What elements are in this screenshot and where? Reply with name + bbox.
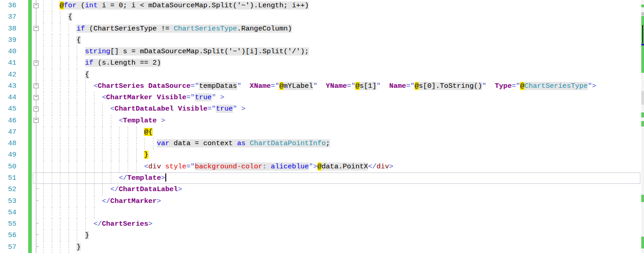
code-content[interactable] [43,207,644,218]
line-number[interactable]: 57 [0,242,24,253]
code-line[interactable]: 40 string[] s = mDataSourceMap.Split('~'… [0,46,644,57]
outlining-margin[interactable] [32,218,43,230]
line-number[interactable]: 52 [0,184,24,195]
line-number[interactable]: 49 [0,149,24,161]
text-caret [165,173,166,182]
code-line[interactable]: 51 </Template> [0,172,644,184]
code-line[interactable]: 36− @for (int i = 0; i < mDataSourceMap.… [0,0,644,11]
collapse-toggle-icon[interactable]: − [34,61,39,66]
code-line[interactable]: 41− if (s.Length == 2) [0,57,644,69]
outlining-margin[interactable] [32,69,43,81]
code-content[interactable]: var data = context as ChartDataPointInfo… [43,138,644,149]
line-number[interactable]: 56 [0,230,24,241]
line-number[interactable]: 50 [0,161,24,172]
outlining-margin[interactable] [32,138,43,149]
code-line[interactable]: 56 } [0,230,644,241]
code-content[interactable]: <ChartDataLabel Visible="true" > [43,103,644,115]
indent-guide [52,207,52,218]
outlining-margin[interactable] [32,172,43,184]
code-text: if (s.Length == 2) [43,59,161,67]
code-line[interactable]: 44− <ChartMarker Visible="true" > [0,92,644,103]
code-line[interactable]: 52 </ChartDataLabel> [0,184,644,195]
outlining-margin[interactable] [32,126,43,138]
code-line[interactable]: 53 </ChartMarker> [0,196,644,207]
outlining-margin[interactable]: − [32,57,43,69]
line-number[interactable]: 37 [0,11,24,23]
collapse-toggle-icon[interactable]: − [34,95,39,100]
code-content[interactable]: </Template> [43,172,644,184]
code-content[interactable]: { [43,11,644,23]
code-line[interactable]: 54 [0,207,644,218]
line-number[interactable]: 43 [0,81,24,92]
code-line[interactable]: 38− if (ChartSeriesType != ChartSeriesTy… [0,23,644,35]
collapse-toggle-icon[interactable]: − [34,118,39,123]
outlining-margin[interactable] [32,46,43,57]
outlining-margin[interactable] [32,242,43,253]
code-content[interactable]: if (ChartSeriesType != ChartSeriesType.R… [43,23,644,35]
outlining-margin[interactable]: − [32,81,43,92]
collapse-toggle-icon[interactable]: − [34,26,39,31]
code-line[interactable]: 47 @{ [0,126,644,138]
outlining-margin[interactable]: − [32,92,43,103]
code-content[interactable]: </ChartDataLabel> [43,184,644,195]
code-line[interactable]: 55 </ChartSeries> [0,218,644,230]
code-line[interactable]: 42 { [0,69,644,81]
code-line[interactable]: 57 } [0,242,644,253]
collapse-toggle-icon[interactable]: − [34,3,39,8]
code-content[interactable]: <div style="background-color: aliceblue"… [43,161,644,172]
code-line[interactable]: 50 <div style="background-color: alicebl… [0,161,644,172]
code-content[interactable]: if (s.Length == 2) [43,57,644,69]
line-number[interactable]: 39 [0,35,24,46]
code-content[interactable]: @{ [43,126,644,138]
line-number[interactable]: 55 [0,218,24,230]
outlining-margin[interactable]: − [32,103,43,115]
code-line[interactable]: 49 } [0,149,644,161]
line-number[interactable]: 45 [0,103,24,115]
code-content[interactable]: </ChartMarker> [43,196,644,207]
code-content[interactable]: @for (int i = 0; i < mDataSourceMap.Spli… [43,0,644,11]
outlining-margin[interactable] [32,196,43,207]
code-content[interactable]: } [43,149,644,161]
collapse-toggle-icon[interactable]: − [34,83,39,88]
line-number[interactable]: 41 [0,57,24,69]
line-number[interactable]: 36 [0,0,24,11]
outlining-margin[interactable] [32,161,43,172]
code-line[interactable]: 43− <ChartSeries DataSource="tempDatas" … [0,81,644,92]
code-content[interactable]: </ChartSeries> [43,218,644,230]
collapse-toggle-icon[interactable]: − [34,106,39,111]
outlining-margin[interactable] [32,149,43,161]
outlining-margin[interactable]: − [32,115,43,126]
line-number[interactable]: 48 [0,138,24,149]
line-number[interactable]: 51 [0,172,24,184]
outlining-margin[interactable] [32,11,43,23]
code-content[interactable]: } [43,242,644,253]
code-content[interactable]: } [43,230,644,241]
scrollbar-annotation-strip[interactable] [641,0,644,253]
line-number[interactable]: 54 [0,207,24,218]
line-number[interactable]: 42 [0,69,24,81]
code-line[interactable]: 37 { [0,11,644,23]
code-content[interactable]: string[] s = mDataSourceMap.Split('~')[i… [43,46,644,57]
code-content[interactable]: <ChartMarker Visible="true" > [43,92,644,103]
code-content[interactable]: { [43,35,644,46]
outlining-margin[interactable] [32,35,43,46]
code-line[interactable]: 46− <Template > [0,115,644,126]
code-content[interactable]: { [43,69,644,81]
line-number[interactable]: 53 [0,196,24,207]
code-line[interactable]: 48 var data = context as ChartDataPointI… [0,138,644,149]
line-number[interactable]: 40 [0,46,24,57]
outlining-margin[interactable] [32,184,43,195]
line-number[interactable]: 44 [0,92,24,103]
code-line[interactable]: 39 { [0,35,644,46]
outlining-margin[interactable]: − [32,23,43,35]
change-tracking-bar [28,57,32,69]
code-content[interactable]: <Template > [43,115,644,126]
line-number[interactable]: 38 [0,23,24,35]
code-content[interactable]: <ChartSeries DataSource="tempDatas" XNam… [43,81,644,92]
outlining-margin[interactable] [32,207,43,218]
line-number[interactable]: 46 [0,115,24,126]
outlining-margin[interactable] [32,230,43,241]
code-line[interactable]: 45− <ChartDataLabel Visible="true" > [0,103,644,115]
outlining-margin[interactable]: − [32,0,43,11]
line-number[interactable]: 47 [0,126,24,138]
